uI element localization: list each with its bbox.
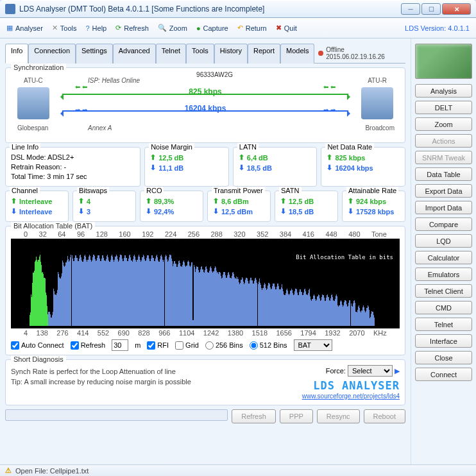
tab-history[interactable]: History <box>214 44 248 64</box>
analyser-menu[interactable]: ▦Analyser <box>6 24 43 32</box>
side-telnet-button[interactable]: Telnet <box>415 318 472 331</box>
maximize-button[interactable]: ☐ <box>421 3 441 15</box>
status-text: Open File: Cellpipe1.txt <box>15 467 89 475</box>
side-export-data-button[interactable]: Export Data <box>415 184 472 198</box>
satn-box: SATN ⬆12,5 dB ⬇18,5 dB <box>275 191 338 222</box>
tab-connection[interactable]: Connection <box>28 44 76 64</box>
side-cmd-button[interactable]: CMD <box>415 301 472 314</box>
bat-chart: Bit Allocation Table in bits <box>11 239 400 328</box>
diag-line2: Tip: A small increase by reducing noise … <box>11 378 296 386</box>
auto-connect-checkbox[interactable]: Auto Connect <box>11 341 64 350</box>
version-label: LDS Version: 4.0.1.1 <box>405 24 470 32</box>
progress-bar <box>5 409 228 421</box>
offline-icon <box>318 51 323 56</box>
attain-box: Attainable Rate ⬆924 kbps ⬇17528 kbps <box>342 191 405 222</box>
side-telnet-client-button[interactable]: Telnet Client <box>415 284 472 298</box>
globespan-label: Globespan <box>17 124 48 132</box>
tab-models[interactable]: Models <box>280 44 314 64</box>
zoom-button[interactable]: 🔍Zoom <box>158 24 187 32</box>
window-title: LDS Analyser (DMT Tool) Beta 4.0.1.1 [So… <box>19 4 401 13</box>
grid-checkbox[interactable]: Grid <box>175 341 199 350</box>
status-bar: ⚠ Open File: Cellpipe1.txt <box>0 464 476 476</box>
refresh-interval-input[interactable] <box>112 339 128 351</box>
512bins-radio[interactable]: 512 Bins <box>250 341 287 350</box>
atu-c-icon <box>17 87 49 119</box>
tab-tools[interactable]: Tools <box>186 44 214 64</box>
isp-label: ISP: Hellas Online <box>88 77 140 84</box>
line-info-box: Line Info DSL Mode: ADSL2+ Retrain Reaso… <box>5 147 140 187</box>
help-menu[interactable]: ?Help <box>85 24 106 32</box>
upstream-rate: 825 kbps <box>189 87 221 96</box>
side-delt-button[interactable]: DELT <box>415 101 472 114</box>
side-actions-button: Actions <box>415 134 472 148</box>
main-toolbar: ▦Analyser ✕Tools ?Help ⟳Refresh 🔍Zoom ●C… <box>0 18 476 38</box>
quit-button[interactable]: ✖Quit <box>276 24 297 32</box>
bat-group: Bit Allocation Table (BAT) 0326496128160… <box>5 226 405 355</box>
lds-logo: LDS ANALYSER <box>302 379 400 392</box>
side-connect-button[interactable]: Connect <box>415 368 472 381</box>
refresh-bottom-button[interactable]: Refresh <box>232 409 276 423</box>
tab-bar: InfoConnectionSettingsAdvancedTelnetTool… <box>5 44 405 64</box>
broadcom-label: Broadcom <box>365 124 395 132</box>
force-select[interactable]: Select <box>348 365 393 377</box>
atu-c-label: ATU-C <box>24 77 43 84</box>
diagnosis-group: Short Diagnosis Synch Rate is perfect fo… <box>5 359 405 405</box>
rco-box: RCO ⬆89,3% ⬇92,4% <box>140 191 203 222</box>
diag-line1: Synch Rate is perfect for the Loop Atten… <box>11 368 296 375</box>
tab-report[interactable]: Report <box>248 44 280 64</box>
side-calculator-button[interactable]: Calculator <box>415 251 472 264</box>
refresh-button[interactable]: ⟳Refresh <box>115 24 149 32</box>
side-zoom-button[interactable]: Zoom <box>415 117 472 131</box>
tab-telnet[interactable]: Telnet <box>156 44 186 64</box>
titlebar: LDS Analyser (DMT Tool) Beta 4.0.1.1 [So… <box>0 0 476 18</box>
atu-r-icon <box>361 87 393 119</box>
chart-type-select[interactable]: BAT <box>294 339 332 351</box>
side-analysis-button[interactable]: Analysis <box>415 84 472 98</box>
side-close-button[interactable]: Close <box>415 351 472 364</box>
downstream-rate: 16204 kbps <box>185 104 226 113</box>
close-button[interactable]: ✕ <box>442 3 471 15</box>
rfi-checkbox[interactable]: RFI <box>147 341 169 350</box>
resync-button[interactable]: Resync <box>317 409 360 423</box>
app-icon <box>5 4 15 14</box>
board-image <box>415 44 472 79</box>
net-rate-box: Net Data Rate ⬆825 kbps ⬇16204 kbps <box>321 147 405 187</box>
side-panel: AnalysisDELTZoomActionsSNRM TweakData Ta… <box>411 38 476 464</box>
return-button[interactable]: ↶Return <box>237 24 267 32</box>
tools-menu[interactable]: ✕Tools <box>52 24 77 32</box>
warning-icon: ⚠ <box>5 466 12 475</box>
force-play-button[interactable]: ▶ <box>395 367 400 375</box>
channel-box: Channel ⬆Interleave ⬇Interleave <box>5 191 69 222</box>
offline-status: Offline 2015.06.02.19.16.26 <box>314 44 405 63</box>
annex-label: Annex A <box>88 124 112 132</box>
side-compare-button[interactable]: Compare <box>415 217 472 231</box>
256bins-radio[interactable]: 256 Bins <box>205 341 243 350</box>
atu-r-label: ATU-R <box>368 77 387 84</box>
side-interface-button[interactable]: Interface <box>415 334 472 348</box>
reboot-button[interactable]: Reboot <box>364 409 405 423</box>
sourceforge-link[interactable]: www.sourceforge.net/projects/lds4 <box>302 393 400 400</box>
refresh-checkbox[interactable]: Refresh <box>71 341 106 350</box>
side-lqd-button[interactable]: LQD <box>415 234 472 248</box>
minimize-button[interactable]: ─ <box>401 3 420 15</box>
tab-info[interactable]: Info <box>5 44 28 64</box>
tab-settings[interactable]: Settings <box>76 44 113 64</box>
noise-margin-box: Noise Margin ⬆12,5 dB ⬇11,1 dB <box>144 147 229 187</box>
bitswaps-box: Bitswaps ⬆4 ⬇3 <box>72 191 136 222</box>
tab-advanced[interactable]: Advanced <box>113 44 156 64</box>
side-emulators-button[interactable]: Emulators <box>415 268 472 281</box>
side-data-table-button[interactable]: Data Table <box>415 167 472 181</box>
side-import-data-button[interactable]: Import Data <box>415 201 472 214</box>
tx-power-box: Transmit Power ⬆8,6 dBm ⬇12,5 dBm <box>207 191 271 222</box>
model-label: 96333AW2G <box>196 71 233 78</box>
ppp-button[interactable]: PPP <box>280 409 313 423</box>
latn-box: LATN ⬆6,4 dB ⬇18,5 dB <box>233 147 318 187</box>
capture-button[interactable]: ●Capture <box>196 24 228 32</box>
side-snrm-tweak-button: SNRM Tweak <box>415 151 472 164</box>
sync-group: Synchronization ATU-C ATU-R 96333AW2G IS… <box>5 67 405 143</box>
